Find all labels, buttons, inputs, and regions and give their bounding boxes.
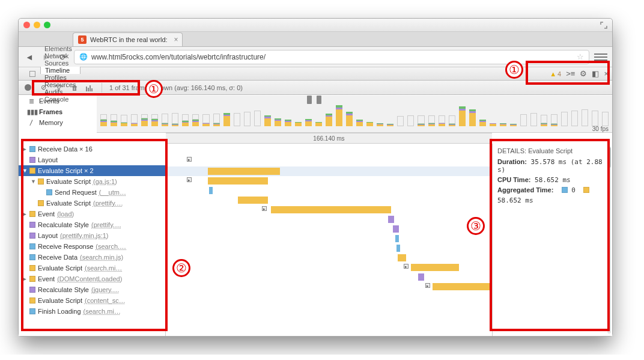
overview-bar[interactable] — [172, 113, 178, 126]
flame-expand-handle[interactable]: ▸ — [187, 157, 192, 162]
browser-tab[interactable]: 5 WebRTC in the real world: × — [73, 32, 183, 46]
overview-bar[interactable] — [582, 109, 588, 126]
close-devtools-icon[interactable]: × — [604, 69, 609, 78]
flame-expand-handle[interactable]: ▸ — [187, 177, 192, 182]
overview-bar[interactable] — [428, 115, 435, 126]
overview-bar[interactable] — [449, 115, 455, 126]
overview-bar[interactable] — [459, 106, 466, 126]
flame-bar[interactable] — [433, 283, 492, 290]
overview-bar[interactable] — [213, 114, 220, 126]
overview-bar[interactable] — [151, 114, 158, 126]
overview-bar[interactable] — [295, 122, 302, 126]
tab-close-icon[interactable]: × — [174, 35, 178, 44]
dock-icon[interactable]: ◧ — [592, 69, 599, 78]
overview-bar[interactable] — [510, 124, 517, 126]
overview-bar[interactable] — [192, 114, 199, 126]
overview-bar[interactable] — [592, 111, 598, 126]
settings-gear-icon[interactable]: ⚙ — [580, 69, 587, 78]
devtools-tab-network[interactable]: Network — [40, 52, 80, 59]
overview-bar[interactable] — [561, 112, 568, 126]
flame-bar[interactable] — [271, 206, 391, 213]
overview-bar[interactable] — [530, 113, 537, 126]
tree-row[interactable]: ▶Event (DOMContentLoaded) — [19, 273, 165, 284]
overview-bar[interactable] — [336, 105, 342, 126]
overview-bar[interactable] — [305, 119, 312, 126]
overview-bar[interactable] — [346, 112, 353, 126]
mode-memory[interactable]: 〳Memory — [19, 117, 85, 128]
site-info-icon[interactable]: 🌐 — [79, 53, 88, 61]
overview-bar[interactable] — [366, 122, 373, 126]
tree-row[interactable]: ▼Evaluate Script × 2 — [19, 165, 165, 176]
mode-events[interactable]: ≣Events — [19, 96, 85, 106]
disclosure-arrow-icon[interactable]: ▼ — [22, 168, 27, 174]
tree-row[interactable]: Evaluate Script (prettify.… — [19, 198, 165, 209]
tree-row[interactable]: ▶Receive Data × 16 — [19, 144, 165, 154]
flame-bar[interactable] — [208, 168, 280, 175]
overview-bar[interactable] — [275, 118, 281, 126]
overview-bar[interactable] — [469, 109, 476, 126]
overview-bar[interactable] — [264, 115, 271, 126]
record-button[interactable] — [23, 84, 32, 92]
flame-chart[interactable]: ▸▸▸▸▸ — [166, 144, 492, 336]
timeline-overview[interactable]: 30 fps — [97, 96, 612, 133]
tree-row[interactable]: Layout — [19, 154, 165, 165]
overview-bar[interactable] — [100, 114, 107, 126]
flame-bar[interactable] — [398, 254, 406, 261]
overview-bar[interactable] — [121, 115, 127, 126]
clear-button[interactable]: ⊘ — [39, 84, 47, 92]
overview-bar[interactable] — [397, 116, 404, 126]
flame-bar[interactable] — [209, 187, 213, 194]
flame-expand-handle[interactable]: ▸ — [404, 264, 409, 269]
tree-row[interactable]: Evaluate Script (content_sc… — [19, 295, 165, 306]
overview-bar[interactable] — [602, 112, 609, 126]
overview-bar[interactable] — [500, 123, 506, 126]
disclosure-arrow-icon[interactable]: ▼ — [31, 178, 35, 185]
tree-row[interactable]: Finish Loading (search.mi… — [19, 306, 165, 317]
window-close-button[interactable] — [23, 22, 30, 28]
overview-bar[interactable] — [490, 123, 496, 126]
tree-row[interactable]: Evaluate Script (search.mi… — [19, 263, 165, 273]
flame-bar[interactable] — [395, 235, 399, 242]
fullscreen-icon[interactable] — [600, 22, 607, 29]
overview-bar[interactable] — [387, 124, 393, 126]
devtools-tab-profiles[interactable]: Profiles — [40, 74, 80, 81]
overview-bar[interactable] — [223, 113, 230, 126]
flame-bar[interactable] — [393, 225, 399, 233]
overview-bar[interactable] — [285, 120, 291, 126]
overview-bar[interactable] — [439, 115, 445, 126]
records-tree[interactable]: ▶Receive Data × 16Layout▼Evaluate Script… — [19, 144, 166, 336]
tree-row[interactable]: Layout (prettify.min.js:1) — [19, 230, 165, 241]
console-toggle-icon[interactable]: >≡ — [566, 69, 575, 78]
overview-bar[interactable] — [407, 115, 414, 126]
flame-bar[interactable] — [388, 216, 394, 223]
flame-bar[interactable] — [411, 264, 459, 271]
overview-bar[interactable] — [254, 111, 261, 126]
overview-bar[interactable] — [356, 120, 363, 126]
back-button[interactable]: ◄ — [23, 51, 35, 63]
overview-bar[interactable] — [315, 122, 322, 126]
disclosure-arrow-icon[interactable]: ▶ — [22, 146, 27, 152]
filter-icon[interactable] — [55, 84, 63, 92]
tree-row[interactable]: Recalculate Style (prettify.… — [19, 219, 165, 230]
garbage-collect-icon[interactable]: 🗑 — [70, 84, 79, 92]
tree-row[interactable]: Receive Response (search.… — [19, 241, 165, 252]
flame-bar[interactable] — [238, 197, 268, 204]
overview-bar[interactable] — [479, 120, 486, 126]
overview-bar[interactable] — [182, 114, 189, 126]
tree-row[interactable]: Send Request (__utm… — [19, 187, 165, 198]
overview-bar[interactable] — [162, 114, 168, 126]
flame-bar[interactable] — [208, 177, 268, 185]
overview-bar[interactable] — [418, 115, 424, 126]
details-scrollbar[interactable] — [607, 146, 611, 334]
tree-row[interactable]: ▼Evaluate Script (ga.js:1) — [19, 176, 165, 187]
menu-button[interactable] — [594, 50, 607, 64]
devtools-tab-sources[interactable]: Sources — [40, 59, 80, 67]
devtools-tab-timeline[interactable]: Timeline — [40, 67, 80, 74]
overview-bar[interactable] — [520, 114, 527, 126]
bookmark-star-icon[interactable]: ☆ — [577, 52, 584, 61]
warnings-indicator[interactable]: ▲4 — [550, 70, 561, 78]
tree-row[interactable]: Receive Data (search.min.js) — [19, 252, 165, 263]
overview-bar[interactable] — [326, 114, 332, 126]
flame-expand-handle[interactable]: ▸ — [262, 206, 267, 211]
flame-expand-handle[interactable]: ▸ — [425, 283, 430, 288]
